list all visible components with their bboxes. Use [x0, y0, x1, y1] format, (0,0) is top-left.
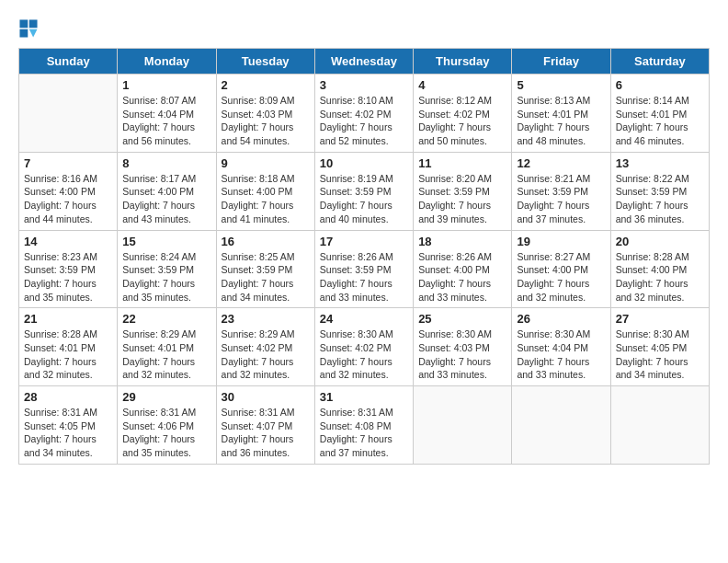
day-number: 21: [24, 312, 112, 326]
day-number: 25: [418, 312, 506, 326]
day-info: Sunrise: 8:14 AM Sunset: 4:01 PM Dayligh…: [616, 94, 704, 148]
calendar-header-row: SundayMondayTuesdayWednesdayThursdayFrid…: [19, 49, 710, 75]
day-info: Sunrise: 8:31 AM Sunset: 4:06 PM Dayligh…: [122, 406, 210, 460]
day-number: 20: [616, 235, 704, 248]
calendar-cell: 25Sunrise: 8:30 AM Sunset: 4:03 PM Dayli…: [414, 308, 512, 386]
day-info: Sunrise: 8:10 AM Sunset: 4:02 PM Dayligh…: [320, 94, 408, 148]
day-info: Sunrise: 8:28 AM Sunset: 4:01 PM Dayligh…: [24, 327, 112, 382]
day-info: Sunrise: 8:22 AM Sunset: 3:59 PM Dayligh…: [616, 172, 704, 226]
calendar-cell: 19Sunrise: 8:27 AM Sunset: 4:00 PM Dayli…: [512, 230, 610, 308]
day-number: 14: [24, 235, 112, 248]
calendar-cell: 5Sunrise: 8:13 AM Sunset: 4:01 PM Daylig…: [512, 75, 610, 153]
calendar-cell: 3Sunrise: 8:10 AM Sunset: 4:02 PM Daylig…: [314, 75, 413, 153]
day-header-thursday: Thursday: [414, 49, 512, 75]
calendar-cell: 24Sunrise: 8:30 AM Sunset: 4:02 PM Dayli…: [314, 308, 413, 386]
day-info: Sunrise: 8:31 AM Sunset: 4:07 PM Dayligh…: [222, 406, 310, 460]
week-row-4: 21Sunrise: 8:28 AM Sunset: 4:01 PM Dayli…: [19, 308, 710, 386]
calendar-cell: 23Sunrise: 8:29 AM Sunset: 4:02 PM Dayli…: [216, 308, 314, 386]
day-info: Sunrise: 8:30 AM Sunset: 4:05 PM Dayligh…: [616, 327, 704, 382]
calendar-cell: 26Sunrise: 8:30 AM Sunset: 4:04 PM Dayli…: [512, 308, 610, 386]
calendar-cell: 31Sunrise: 8:31 AM Sunset: 4:08 PM Dayli…: [314, 386, 413, 465]
svg-rect-1: [29, 19, 38, 28]
day-header-monday: Monday: [118, 49, 216, 75]
calendar-cell: 16Sunrise: 8:25 AM Sunset: 3:59 PM Dayli…: [216, 230, 314, 308]
day-header-friday: Friday: [512, 49, 610, 75]
calendar-cell: 9Sunrise: 8:18 AM Sunset: 4:00 PM Daylig…: [216, 152, 314, 230]
day-info: Sunrise: 8:30 AM Sunset: 4:04 PM Dayligh…: [517, 327, 605, 382]
calendar-cell: 14Sunrise: 8:23 AM Sunset: 3:59 PM Dayli…: [19, 230, 118, 308]
day-info: Sunrise: 8:07 AM Sunset: 4:04 PM Dayligh…: [122, 94, 210, 148]
calendar-cell: 4Sunrise: 8:12 AM Sunset: 4:02 PM Daylig…: [414, 75, 512, 153]
day-number: 10: [320, 156, 408, 170]
calendar-cell: 10Sunrise: 8:19 AM Sunset: 3:59 PM Dayli…: [314, 152, 413, 230]
day-info: Sunrise: 8:29 AM Sunset: 4:01 PM Dayligh…: [122, 327, 210, 382]
day-number: 7: [24, 156, 112, 170]
logo-icon: [18, 18, 39, 39]
calendar-cell: [512, 386, 610, 465]
day-info: Sunrise: 8:20 AM Sunset: 3:59 PM Dayligh…: [418, 172, 506, 226]
calendar-cell: 21Sunrise: 8:28 AM Sunset: 4:01 PM Dayli…: [19, 308, 118, 386]
calendar-table: SundayMondayTuesdayWednesdayThursdayFrid…: [18, 48, 710, 465]
day-number: 1: [122, 78, 210, 92]
day-number: 30: [222, 390, 310, 404]
day-number: 12: [517, 156, 605, 170]
calendar-cell: 1Sunrise: 8:07 AM Sunset: 4:04 PM Daylig…: [118, 75, 216, 153]
day-number: 17: [320, 235, 408, 248]
day-number: 27: [616, 312, 704, 326]
day-number: 5: [517, 78, 605, 92]
day-info: Sunrise: 8:26 AM Sunset: 3:59 PM Dayligh…: [320, 250, 408, 304]
day-info: Sunrise: 8:24 AM Sunset: 3:59 PM Dayligh…: [122, 250, 210, 304]
day-number: 4: [418, 78, 506, 92]
day-header-tuesday: Tuesday: [216, 49, 314, 75]
calendar-body: 1Sunrise: 8:07 AM Sunset: 4:04 PM Daylig…: [19, 75, 710, 465]
calendar-cell: 12Sunrise: 8:21 AM Sunset: 3:59 PM Dayli…: [512, 152, 610, 230]
day-number: 9: [222, 156, 310, 170]
day-info: Sunrise: 8:17 AM Sunset: 4:00 PM Dayligh…: [122, 172, 210, 226]
calendar-cell: 7Sunrise: 8:16 AM Sunset: 4:00 PM Daylig…: [19, 152, 118, 230]
day-info: Sunrise: 8:27 AM Sunset: 4:00 PM Dayligh…: [517, 250, 605, 304]
day-number: 13: [616, 156, 704, 170]
calendar-cell: [19, 75, 118, 153]
week-row-2: 7Sunrise: 8:16 AM Sunset: 4:00 PM Daylig…: [19, 152, 710, 230]
calendar-cell: 15Sunrise: 8:24 AM Sunset: 3:59 PM Dayli…: [118, 230, 216, 308]
day-info: Sunrise: 8:26 AM Sunset: 4:00 PM Dayligh…: [418, 250, 506, 304]
calendar-cell: 2Sunrise: 8:09 AM Sunset: 4:03 PM Daylig…: [216, 75, 314, 153]
day-info: Sunrise: 8:13 AM Sunset: 4:01 PM Dayligh…: [517, 94, 605, 148]
calendar-cell: 28Sunrise: 8:31 AM Sunset: 4:05 PM Dayli…: [19, 386, 118, 465]
day-header-sunday: Sunday: [19, 49, 118, 75]
day-header-wednesday: Wednesday: [314, 49, 413, 75]
calendar-cell: 8Sunrise: 8:17 AM Sunset: 4:00 PM Daylig…: [118, 152, 216, 230]
day-info: Sunrise: 8:12 AM Sunset: 4:02 PM Dayligh…: [418, 94, 506, 148]
svg-rect-0: [19, 19, 28, 28]
day-number: 15: [122, 235, 210, 248]
calendar-cell: 11Sunrise: 8:20 AM Sunset: 3:59 PM Dayli…: [414, 152, 512, 230]
day-number: 11: [418, 156, 506, 170]
day-info: Sunrise: 8:28 AM Sunset: 4:00 PM Dayligh…: [616, 250, 704, 304]
day-number: 31: [320, 390, 408, 404]
week-row-5: 28Sunrise: 8:31 AM Sunset: 4:05 PM Dayli…: [19, 386, 710, 465]
week-row-3: 14Sunrise: 8:23 AM Sunset: 3:59 PM Dayli…: [19, 230, 710, 308]
day-info: Sunrise: 8:30 AM Sunset: 4:03 PM Dayligh…: [418, 327, 506, 382]
calendar-cell: 13Sunrise: 8:22 AM Sunset: 3:59 PM Dayli…: [610, 152, 709, 230]
day-number: 16: [222, 235, 310, 248]
day-number: 22: [122, 312, 210, 326]
day-info: Sunrise: 8:31 AM Sunset: 4:05 PM Dayligh…: [24, 406, 112, 460]
day-number: 3: [320, 78, 408, 92]
day-number: 28: [24, 390, 112, 404]
day-info: Sunrise: 8:29 AM Sunset: 4:02 PM Dayligh…: [222, 327, 310, 382]
calendar-cell: [414, 386, 512, 465]
day-number: 26: [517, 312, 605, 326]
day-number: 24: [320, 312, 408, 326]
day-info: Sunrise: 8:09 AM Sunset: 4:03 PM Dayligh…: [222, 94, 310, 148]
day-info: Sunrise: 8:31 AM Sunset: 4:08 PM Dayligh…: [320, 406, 408, 460]
day-number: 18: [418, 235, 506, 248]
week-row-1: 1Sunrise: 8:07 AM Sunset: 4:04 PM Daylig…: [19, 75, 710, 153]
day-info: Sunrise: 8:21 AM Sunset: 3:59 PM Dayligh…: [517, 172, 605, 226]
calendar-cell: 6Sunrise: 8:14 AM Sunset: 4:01 PM Daylig…: [610, 75, 709, 153]
day-info: Sunrise: 8:19 AM Sunset: 3:59 PM Dayligh…: [320, 172, 408, 226]
calendar-cell: 22Sunrise: 8:29 AM Sunset: 4:01 PM Dayli…: [118, 308, 216, 386]
day-number: 23: [222, 312, 310, 326]
calendar-cell: 30Sunrise: 8:31 AM Sunset: 4:07 PM Dayli…: [216, 386, 314, 465]
day-info: Sunrise: 8:16 AM Sunset: 4:00 PM Dayligh…: [24, 172, 112, 226]
svg-rect-2: [19, 29, 28, 38]
